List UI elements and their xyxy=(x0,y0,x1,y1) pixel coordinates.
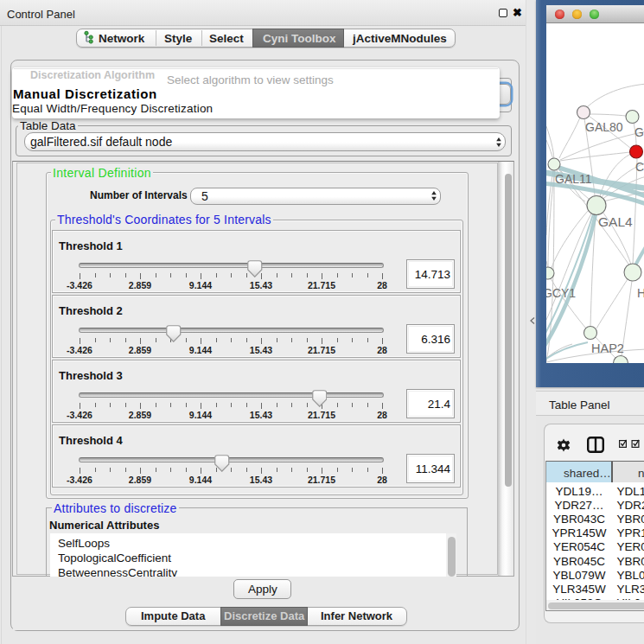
svg-text:GAL80: GAL80 xyxy=(585,120,623,134)
svg-text:G.: G. xyxy=(634,125,644,139)
svg-text:GAL11: GAL11 xyxy=(555,172,592,186)
svg-text:GCY1: GCY1 xyxy=(546,286,576,300)
svg-text:C: C xyxy=(635,160,644,174)
svg-text:H: H xyxy=(637,286,644,300)
svg-text:HAP2: HAP2 xyxy=(591,341,624,355)
svg-text:GAL4: GAL4 xyxy=(598,214,633,229)
